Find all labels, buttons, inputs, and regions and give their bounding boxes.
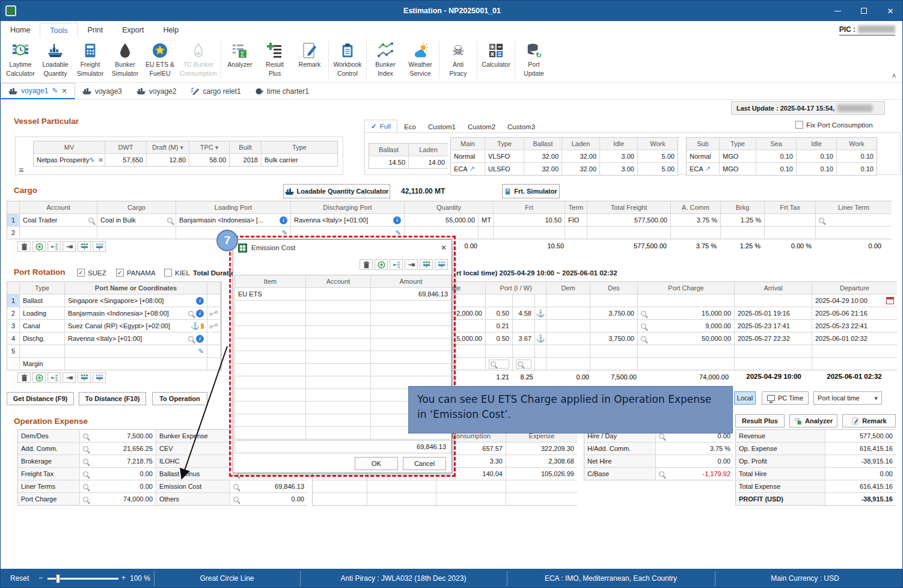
split-row-icon[interactable]	[390, 259, 403, 270]
arrival-cell[interactable]: 2025-05-01 19:16	[735, 307, 812, 319]
bunker-index-button[interactable]: BunkerIndex	[368, 39, 403, 78]
status-main-currency[interactable]: Main Currency : USD	[715, 574, 895, 583]
emission-amount-cell[interactable]	[371, 338, 451, 351]
emission-account-cell[interactable]	[306, 313, 370, 325]
cargo-unit-cell[interactable]	[479, 227, 493, 239]
vessel-list-hamburger-icon[interactable]: ≡	[19, 165, 23, 175]
vessel-tpc-cell[interactable]: 58.00	[189, 154, 229, 166]
port-w-cell[interactable]	[513, 320, 534, 332]
route-distance-icon[interactable]	[207, 320, 220, 332]
minimize-button[interactable]	[824, 1, 851, 21]
speed-laden-cell[interactable]: 14.00	[409, 156, 448, 168]
port-type-cell[interactable]: Ballast	[20, 295, 64, 307]
port-i-cell[interactable]: 0.21	[486, 320, 512, 332]
laytime-calculator-button[interactable]: LaytimeCalculator	[3, 39, 38, 78]
emission-item-cell[interactable]	[235, 326, 305, 338]
route-distance-icon[interactable]	[207, 307, 220, 319]
port-type-cell[interactable]: Canal	[20, 320, 64, 332]
des-cell[interactable]: 3,750.00	[590, 307, 637, 319]
cargo-discharging-port-cell[interactable]: Ravenna <Italy> [+01:00]i	[291, 214, 404, 226]
tpc-sort-header[interactable]: TPC ▾	[189, 141, 229, 153]
cargo-loading-port-cell[interactable]: Banjarmasin <Indonesia> [...i	[176, 214, 290, 226]
main-eca-idle[interactable]: 3.00	[600, 163, 637, 175]
emission-cost-value[interactable]: 69,846.13	[230, 480, 307, 492]
ribbon-collapse-chevron-icon[interactable]: ∧	[892, 72, 896, 79]
main-eca-work[interactable]: 5.00	[638, 163, 678, 175]
cargo-cargo-cell[interactable]: Coal in Bulk	[97, 214, 176, 226]
bunker-simulator-button[interactable]: BunkerSimulator	[108, 39, 142, 78]
close-tab-icon[interactable]: ✕	[61, 87, 67, 95]
cargo-liner-term-cell[interactable]	[816, 227, 892, 239]
cargo-frt-tax-cell[interactable]	[765, 214, 815, 226]
emission-item-cell[interactable]	[235, 402, 305, 414]
merge-up-icon[interactable]	[420, 259, 433, 270]
calendar-icon[interactable]	[886, 297, 894, 304]
draft-sort-header[interactable]: Draft (M) ▾	[147, 141, 189, 153]
main-normal-ballast[interactable]: 32.00	[524, 150, 562, 162]
emission-item-cell[interactable]	[235, 313, 305, 325]
arrival-cell[interactable]	[735, 345, 812, 357]
split-row-icon[interactable]	[47, 372, 61, 383]
close-button[interactable]: ✕	[877, 1, 903, 21]
emission-item-cell[interactable]	[235, 301, 305, 313]
main-normal-type[interactable]: VLSFO	[485, 150, 524, 162]
analyzer-button-2[interactable]: Analyzer	[789, 414, 837, 427]
emission-account-cell[interactable]	[306, 301, 370, 313]
clear-vessel-icon[interactable]: ✕	[98, 156, 103, 164]
cancel-button[interactable]: Cancel	[403, 457, 446, 470]
sub-eca-type[interactable]: MGO	[720, 163, 756, 175]
anti-piracy-button[interactable]: ☠ AntiPiracy	[441, 39, 476, 78]
emission-item-cell[interactable]: EU ETS	[235, 288, 305, 300]
vessel-dwt-cell[interactable]: 57,650	[105, 154, 146, 166]
dem-cell[interactable]	[546, 295, 590, 307]
maximize-button[interactable]	[851, 1, 877, 21]
eu-ets-fueleu-button[interactable]: EU ETS &FuelEU	[142, 39, 177, 78]
remark-button-2[interactable]: Remark	[842, 414, 896, 427]
dem-cell[interactable]	[546, 320, 590, 332]
emission-account-cell[interactable]	[306, 427, 370, 439]
cargo-cargo-cell[interactable]	[97, 227, 176, 239]
bunker-expense-cell[interactable]: 322,209.30	[506, 443, 577, 455]
port-i-cell[interactable]: 0.50	[486, 307, 512, 319]
cargo-brkg-cell[interactable]	[721, 227, 764, 239]
vessel-draft-cell[interactable]: 12.80	[147, 154, 189, 166]
brokerage-value[interactable]: 7,218.75	[80, 455, 156, 467]
tab-voyage2[interactable]: voyage2	[129, 83, 183, 99]
status-eca[interactable]: ECA : IMO, Mediterranean, Each Country	[507, 574, 715, 583]
vessel-name-cell[interactable]: Netpas Prosperity✎✕	[34, 154, 105, 166]
port-charge-value[interactable]: 74,000.00	[80, 493, 156, 505]
des-cell[interactable]	[590, 345, 637, 357]
delete-row-icon[interactable]	[17, 241, 31, 252]
edit-tab-icon[interactable]: ✎	[52, 87, 58, 95]
remark-button[interactable]: Remark	[292, 39, 327, 70]
emission-amount-cell[interactable]	[371, 301, 451, 313]
port-name-cell[interactable]: Suez Canal (RP) <Egypt> [+02:00]⚓	[65, 320, 207, 332]
port-update-button[interactable]: ↻ PortUpdate	[516, 39, 551, 78]
hadd-comm-value[interactable]: 3.75 %	[656, 443, 733, 455]
main-normal-work[interactable]: 5.00	[638, 150, 678, 162]
menu-home[interactable]: Home	[1, 23, 40, 37]
vessel-built-cell[interactable]: 2018	[230, 154, 261, 166]
reset-zoom-button[interactable]: Reset	[10, 574, 29, 583]
add-row-icon[interactable]	[375, 259, 388, 270]
insert-row-icon[interactable]	[63, 372, 76, 383]
to-distance-button[interactable]: To Distance (F10)	[79, 392, 146, 405]
speed-ballast-cell[interactable]: 14.50	[369, 156, 408, 168]
des-cell[interactable]: 3,750.00	[590, 332, 637, 345]
cargo-unit-cell[interactable]: MT	[479, 214, 493, 226]
main-eca-ballast[interactable]: 32.00	[524, 163, 562, 175]
port-type-cell[interactable]: Loading	[20, 307, 64, 319]
port-charge-cell[interactable]: 50,000.00	[638, 332, 734, 345]
emission-account-cell[interactable]	[306, 338, 370, 351]
cargo-liner-term-cell[interactable]	[816, 214, 892, 226]
cargo-total-freight-cell[interactable]	[587, 227, 670, 239]
emission-account-cell[interactable]	[306, 288, 370, 300]
port-charge-cell[interactable]: 15,000.00	[638, 307, 734, 319]
weather-service-button[interactable]: WeatherService	[403, 39, 438, 78]
fix-port-consumption-checkbox[interactable]: Fix Port Consumption	[795, 121, 873, 129]
local-time-button[interactable]: Local	[734, 391, 756, 405]
analyzer-button[interactable]: Σ Analyzer	[222, 39, 257, 70]
merge-down-icon[interactable]	[93, 372, 106, 383]
dem-cell[interactable]	[546, 307, 590, 319]
cargo-brkg-cell[interactable]: 1.25 %	[721, 214, 764, 226]
